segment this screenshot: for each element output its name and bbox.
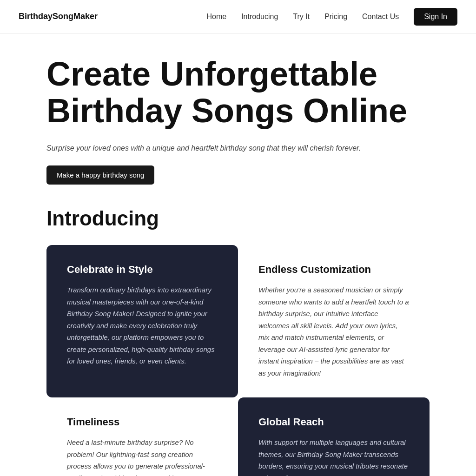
card-customization: Endless Customization Whether you're a s… — [238, 245, 430, 397]
card-timeliness-title: Timeliness — [67, 416, 218, 428]
cards-row-1: Celebrate in Style Transform ordinary bi… — [46, 245, 430, 397]
nav-brand: BirthdaySongMaker — [19, 12, 98, 21]
nav-link-try-it[interactable]: Try It — [293, 13, 310, 21]
card-customization-text: Whether you're a seasoned musician or si… — [258, 284, 409, 379]
card-celebrate: Celebrate in Style Transform ordinary bi… — [46, 245, 238, 397]
introducing-section: Introducing Celebrate in Style Transform… — [46, 207, 430, 476]
cards-row-2: Timeliness Need a last-minute birthday s… — [46, 397, 430, 476]
nav-links: Home Introducing Try It Pricing Contact … — [206, 8, 457, 26]
card-global-text: With support for multiple languages and … — [258, 436, 409, 476]
main-content: Create Unforgettable Birthday Songs Onli… — [0, 33, 476, 476]
card-timeliness-text: Need a last-minute birthday surprise? No… — [67, 436, 218, 476]
card-global-title: Global Reach — [258, 416, 409, 428]
navbar: BirthdaySongMaker Home Introducing Try I… — [0, 0, 476, 33]
nav-link-contact-us[interactable]: Contact Us — [362, 13, 399, 21]
card-timeliness: Timeliness Need a last-minute birthday s… — [46, 397, 238, 476]
hero-section: Create Unforgettable Birthday Songs Onli… — [46, 56, 430, 207]
hero-subtitle: Surprise your loved ones with a unique a… — [46, 144, 372, 152]
card-customization-title: Endless Customization — [258, 264, 409, 276]
card-celebrate-text: Transform ordinary birthdays into extrao… — [67, 284, 218, 367]
nav-link-pricing[interactable]: Pricing — [324, 13, 347, 21]
introducing-title: Introducing — [46, 207, 430, 230]
nav-link-home[interactable]: Home — [206, 13, 226, 21]
nav-link-introducing[interactable]: Introducing — [241, 13, 278, 21]
card-global: Global Reach With support for multiple l… — [238, 397, 430, 476]
cta-button[interactable]: Make a happy birthday song — [46, 165, 154, 185]
sign-in-button[interactable]: Sign In — [414, 8, 457, 26]
card-celebrate-title: Celebrate in Style — [67, 264, 218, 276]
hero-title: Create Unforgettable Birthday Songs Onli… — [46, 56, 430, 129]
